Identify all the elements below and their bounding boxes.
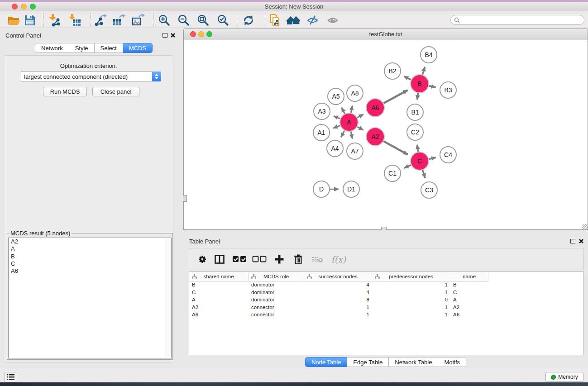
- edge-A-A8[interactable]: [351, 105, 352, 113]
- column-header-MCDS-role[interactable]: MCDS role: [249, 272, 304, 281]
- tab-network-table[interactable]: Network Table: [389, 357, 438, 367]
- zoom-window-icon[interactable]: [30, 4, 36, 10]
- run-mcds-button[interactable]: Run MCDS: [43, 87, 87, 96]
- edge-C-C1[interactable]: [404, 165, 411, 168]
- graph-node-C[interactable]: C: [411, 152, 429, 170]
- mcds-result-list[interactable]: A2ABCA6: [8, 238, 172, 358]
- close-window-icon[interactable]: [12, 4, 18, 10]
- close-panel-icon[interactable]: [170, 33, 176, 38]
- edge-C-C2[interactable]: [417, 145, 418, 152]
- graph-node-C3[interactable]: C3: [421, 182, 437, 198]
- mcds-result-item[interactable]: A2: [9, 238, 171, 245]
- tab-network[interactable]: Network: [35, 43, 69, 53]
- edge-A6-B[interactable]: [383, 90, 407, 103]
- column-header-successor-nodes[interactable]: successor nodes: [304, 272, 372, 281]
- memory-button[interactable]: Memory: [545, 372, 583, 382]
- show-details-icon[interactable]: [326, 14, 340, 27]
- column-header-name[interactable]: name: [450, 272, 488, 281]
- network-window-titlebar[interactable]: testGlobe.txt: [184, 29, 588, 40]
- graph-node-A6[interactable]: A6: [366, 99, 384, 117]
- graph-node-A8[interactable]: A8: [347, 85, 363, 101]
- tab-edge-table[interactable]: Edge Table: [347, 357, 389, 367]
- search-input[interactable]: [462, 17, 584, 23]
- graph-node-A5[interactable]: A5: [328, 88, 344, 105]
- edge-A-A3[interactable]: [334, 116, 340, 119]
- table-row[interactable]: A2connector11A2: [189, 304, 583, 312]
- delete-icon[interactable]: [292, 253, 305, 266]
- export-image-icon[interactable]: [131, 14, 145, 27]
- graph-node-B2[interactable]: B2: [384, 63, 401, 79]
- edge-A-A7[interactable]: [351, 132, 352, 139]
- settings-gear-icon[interactable]: [196, 253, 209, 266]
- add-column-icon[interactable]: [272, 253, 286, 266]
- zoom-in-icon[interactable]: [157, 14, 171, 27]
- graph-node-B[interactable]: B: [411, 75, 429, 93]
- close-panel-button[interactable]: Close panel: [92, 87, 139, 96]
- hide-details-icon[interactable]: [306, 14, 320, 27]
- mcds-result-item[interactable]: A6: [9, 267, 171, 275]
- zoom-view-icon[interactable]: [206, 31, 212, 37]
- graph-node-C4[interactable]: C4: [440, 147, 456, 163]
- zoom-selected-icon[interactable]: [215, 14, 230, 27]
- export-table-icon[interactable]: [111, 14, 126, 27]
- edge-B-B1[interactable]: [417, 93, 418, 100]
- mcds-result-item[interactable]: C: [9, 260, 171, 267]
- deselect-all-icon[interactable]: [251, 253, 268, 266]
- edge-A-A6[interactable]: [357, 114, 363, 117]
- graph-node-C1[interactable]: C1: [384, 165, 401, 181]
- window-resize-grip[interactable]: [582, 224, 588, 229]
- edge-C-C3[interactable]: [423, 170, 425, 178]
- import-table-icon[interactable]: [67, 14, 82, 27]
- graph-node-A1[interactable]: A1: [313, 124, 330, 141]
- graph-node-B1[interactable]: B1: [407, 104, 423, 120]
- table-row[interactable]: A6connector11A6: [189, 311, 583, 319]
- graph-node-A4[interactable]: A4: [327, 140, 343, 157]
- edge-A-A5[interactable]: [342, 108, 345, 114]
- tab-style[interactable]: Style: [69, 43, 95, 53]
- edge-B-B2[interactable]: [404, 76, 411, 80]
- tab-node-table[interactable]: Node Table: [305, 357, 348, 367]
- table-row[interactable]: Adominator80A: [189, 296, 583, 304]
- scrollbar-track[interactable]: [165, 238, 171, 358]
- refresh-icon[interactable]: [241, 14, 256, 27]
- graph-node-B4[interactable]: B4: [421, 47, 437, 63]
- graph-node-D[interactable]: D: [313, 181, 330, 197]
- float-panel-icon[interactable]: [570, 239, 575, 243]
- edge-B-B4[interactable]: [422, 67, 425, 75]
- minimize-window-icon[interactable]: [21, 4, 27, 10]
- window-resize-handle[interactable]: [381, 227, 387, 230]
- edge-A-A1[interactable]: [333, 125, 340, 128]
- close-view-icon[interactable]: [190, 31, 196, 37]
- window-resize-handle[interactable]: [183, 195, 187, 202]
- float-panel-icon[interactable]: [163, 33, 167, 38]
- edge-C-C4[interactable]: [429, 157, 435, 159]
- edge-A-A4[interactable]: [341, 131, 344, 138]
- optimization-criterion-select[interactable]: largest connected component (directed): [20, 71, 161, 81]
- mcds-result-item[interactable]: A: [9, 245, 171, 253]
- minimize-view-icon[interactable]: [198, 31, 204, 37]
- tab-select[interactable]: Select: [95, 43, 123, 53]
- edge-A2-C[interactable]: [383, 141, 407, 154]
- import-network-icon[interactable]: [47, 14, 62, 27]
- delete-table-icon[interactable]: [311, 253, 324, 266]
- mcds-result-item[interactable]: B: [9, 253, 171, 260]
- open-session-icon[interactable]: [6, 14, 21, 27]
- edge-B-B3[interactable]: [429, 86, 435, 87]
- save-session-icon[interactable]: [23, 14, 37, 27]
- column-view-icon[interactable]: [213, 253, 226, 266]
- network-canvas[interactable]: B4B2BB3A8A5A6A3B1AC2A1A2A4A7C4CC1C3DD1: [184, 40, 588, 229]
- table-row[interactable]: Cdominator41C: [189, 289, 583, 297]
- table-row[interactable]: Bdominator41B: [189, 281, 583, 289]
- node-table[interactable]: shared nameMCDS rolesuccessor nodesprede…: [189, 272, 584, 355]
- search-box[interactable]: [450, 15, 584, 25]
- select-all-icon[interactable]: [231, 253, 248, 266]
- tab-motifs[interactable]: Motifs: [438, 357, 466, 367]
- column-header-shared-name[interactable]: shared name: [189, 272, 249, 281]
- graph-node-C2[interactable]: C2: [407, 124, 423, 140]
- graph-node-D1[interactable]: D1: [343, 181, 359, 197]
- graph-node-A7[interactable]: A7: [347, 143, 363, 159]
- graph-node-A2[interactable]: A2: [366, 128, 384, 146]
- edge-A-A2[interactable]: [357, 127, 363, 130]
- new-network-from-selection-icon[interactable]: [268, 14, 282, 27]
- graph-node-A[interactable]: A: [340, 113, 358, 131]
